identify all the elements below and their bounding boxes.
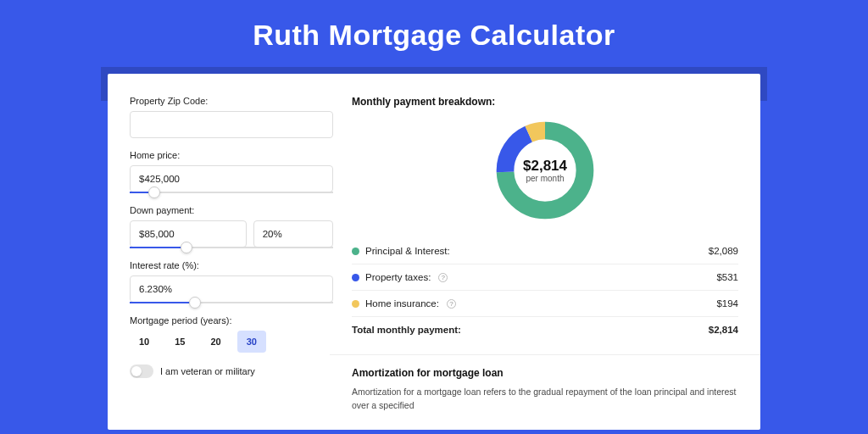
legend-row: Home insurance:?$194 [352, 291, 738, 317]
veteran-row: I am veteran or military [130, 364, 333, 378]
donut-amount: $2,814 [523, 158, 567, 175]
period-option-30[interactable]: 30 [237, 331, 266, 353]
interest-rate-input[interactable] [130, 275, 333, 303]
down-payment-slider-thumb[interactable] [181, 242, 192, 253]
down-payment-percent-input[interactable] [253, 220, 333, 248]
legend-label: Principal & Interest: [365, 246, 450, 256]
form-panel: Property Zip Code: Home price: Down paym… [130, 96, 333, 430]
down-payment-group: Down payment: [130, 205, 333, 248]
legend-label: Home insurance: [365, 298, 439, 309]
veteran-label: I am veteran or military [160, 366, 255, 376]
total-label: Total monthly payment: [352, 325, 461, 335]
legend-row: Principal & Interest:$2,089 [352, 238, 738, 264]
interest-rate-label: Interest rate (%): [130, 260, 333, 270]
legend-value: $2,089 [709, 246, 738, 256]
donut-sub: per month [526, 174, 564, 183]
down-payment-label: Down payment: [130, 205, 333, 215]
page-title: Ruth Mortgage Calculator [0, 0, 868, 67]
period-option-15[interactable]: 15 [165, 331, 194, 353]
home-price-input[interactable] [130, 165, 333, 192]
legend-label: Property taxes: [365, 272, 431, 282]
zip-input[interactable] [130, 111, 333, 138]
results-panel: Monthly payment breakdown: $2,814 per mo… [352, 96, 738, 430]
amortization-title: Amortization for mortgage loan [352, 367, 738, 379]
legend-dot [352, 248, 359, 255]
info-icon[interactable]: ? [447, 299, 456, 309]
interest-rate-slider[interactable] [130, 302, 333, 303]
period-option-10[interactable]: 10 [130, 331, 159, 353]
legend-dot [352, 274, 359, 281]
interest-rate-group: Interest rate (%): [130, 260, 333, 303]
info-icon[interactable]: ? [438, 273, 448, 282]
payment-donut-chart: $2,814 per month [492, 118, 598, 223]
zip-group: Property Zip Code: [130, 96, 333, 138]
period-label: Mortgage period (years): [130, 315, 333, 326]
veteran-toggle[interactable] [130, 364, 153, 378]
interest-rate-slider-thumb[interactable] [189, 297, 201, 309]
home-price-label: Home price: [130, 150, 333, 160]
legend-row: Property taxes:?$531 [352, 264, 738, 291]
home-price-group: Home price: [130, 150, 333, 193]
period-option-20[interactable]: 20 [202, 331, 231, 353]
legend-value: $531 [716, 272, 738, 282]
veteran-toggle-knob [131, 366, 142, 376]
home-price-slider-thumb[interactable] [148, 186, 160, 198]
calculator-card: Property Zip Code: Home price: Down paym… [108, 74, 760, 430]
period-group: Mortgage period (years): 10152030 [130, 315, 333, 353]
zip-label: Property Zip Code: [130, 96, 333, 106]
amortization-body: Amortization for a mortgage loan refers … [352, 386, 738, 413]
home-price-slider[interactable] [130, 192, 333, 193]
legend-value: $194 [716, 298, 738, 309]
down-payment-slider[interactable] [130, 247, 333, 248]
section-divider [330, 354, 760, 355]
total-row: Total monthly payment: $2,814 [352, 317, 738, 342]
legend-dot [352, 300, 359, 308]
total-value: $2,814 [709, 325, 738, 335]
breakdown-title: Monthly payment breakdown: [352, 96, 738, 108]
